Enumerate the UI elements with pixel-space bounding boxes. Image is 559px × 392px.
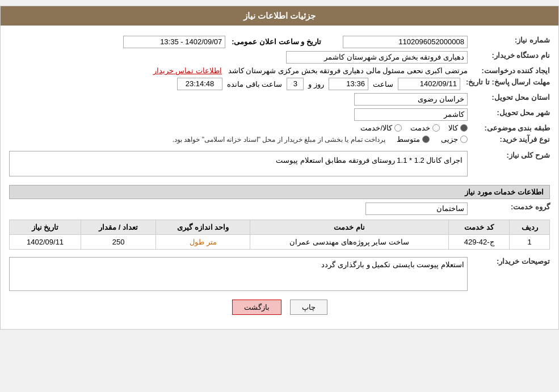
col-quantity: تعداد / مقدار — [81, 220, 156, 235]
service-group-value: ساختمان — [9, 203, 468, 215]
buttons-row: چاپ بازگشت — [9, 291, 550, 323]
deadline-time-box: 13:36 — [329, 78, 368, 90]
col-name: نام خدمت — [250, 220, 449, 235]
announcement-label: تاریخ و ساعت اعلان عمومی: — [232, 37, 321, 46]
category-khedmat-label: خدمت — [410, 124, 430, 132]
page-wrapper: جزئیات اطلاعات نیاز شماره نیاز: 11020960… — [0, 6, 559, 330]
purchase-motovaset[interactable]: متوسط — [397, 135, 430, 144]
buyer-org-value: دهیاری فروتقه بخش مرکزی شهرستان کاشمر — [9, 51, 468, 64]
category-khedmat[interactable]: خدمت — [410, 124, 440, 132]
buyer-notes-box: استعلام پیوست بایستی تکمیل و بارگذاری گر… — [9, 257, 468, 291]
need-number-label: شماره نیاز: — [468, 36, 550, 44]
city-label: شهر محل تحویل: — [468, 108, 550, 117]
deadline-remaining-box: 23:14:48 — [177, 78, 222, 90]
need-number-row: شماره نیاز: 1102096052000008 تاریخ و ساع… — [9, 36, 550, 48]
back-button[interactable]: بازگشت — [232, 300, 281, 315]
category-kala-label: کالا — [448, 124, 458, 132]
need-desc-box: اجرای کانال 1.2 * 1.1 روستای فروتقه مطاب… — [9, 151, 468, 176]
purchase-jozi-label: جزیی — [441, 135, 458, 144]
contact-link[interactable]: اطلاعات تماس خریدار — [153, 66, 222, 75]
col-row: ردیف — [510, 220, 550, 235]
header-title: جزئیات اطلاعات نیاز — [243, 11, 316, 20]
buyer-org-row: نام دستگاه خریدار: دهیاری فروتقه بخش مرک… — [9, 51, 550, 64]
need-number-value: 1102096052000008 تاریخ و ساعت اعلان عموم… — [9, 36, 468, 48]
purchase-motovaset-label: متوسط — [397, 135, 420, 144]
creator-row: ایجاد کننده درخواست: مرتضی اکبری نحعی مس… — [9, 66, 550, 75]
buyer-org-box: دهیاری فروتقه بخش مرکزی شهرستان کاشمر — [286, 51, 468, 64]
city-row: شهر محل تحویل: کاشمر — [9, 108, 550, 121]
print-button[interactable]: چاپ — [290, 300, 327, 315]
province-value: خراسان رضوی — [9, 93, 468, 106]
purchase-jozi[interactable]: جزیی — [441, 135, 468, 144]
need-number-box: 1102096052000008 — [343, 36, 468, 48]
service-group-box: ساختمان — [365, 203, 468, 215]
deadline-time-label: ساعت — [373, 80, 393, 88]
content: شماره نیاز: 1102096052000008 تاریخ و ساع… — [1, 26, 558, 329]
province-row: استان محل تحویل: خراسان رضوی — [9, 93, 550, 106]
purchase-motovaset-radio — [422, 136, 430, 143]
category-kala-khedmat[interactable]: کالا/خدمت — [360, 124, 402, 132]
service-group-label: گروه خدمت: — [468, 203, 550, 211]
creator-value: مرتضی اکبری نحعی مسئول مالی دهیاری فروتق… — [9, 66, 468, 75]
table-row: 1 ج-42-429 ساخت سایر پروژه‌های مهندسی عم… — [10, 235, 550, 250]
need-desc-value: اجرای کانال 1.2 * 1.1 روستای فروتقه مطاب… — [9, 148, 468, 179]
category-khedmat-radio — [432, 124, 440, 132]
purchase-type-label: نوع فرآیند خرید: — [468, 135, 550, 144]
category-kala[interactable]: کالا — [448, 124, 468, 132]
deadline-label: مهلت ارسال پاسخ: تا تاریخ: — [460, 78, 550, 86]
deadline-days-box: 3 — [287, 78, 304, 90]
buyer-notes-value: استعلام پیوست بایستی تکمیل و بارگذاری گر… — [9, 254, 468, 291]
announcement-value: 1402/09/07 - 13:35 — [123, 36, 225, 48]
category-label: طبقه بندی موضوعی: — [468, 124, 550, 132]
service-group-row: گروه خدمت: ساختمان — [9, 203, 550, 215]
deadline-row: مهلت ارسال پاسخ: تا تاریخ: 1402/09/11 سا… — [9, 78, 550, 90]
col-code: کد خدمت — [448, 220, 509, 235]
category-kala-khedmat-radio — [394, 124, 402, 132]
cell-unit: متر طول — [156, 235, 250, 250]
services-table: ردیف کد خدمت نام خدمت واحد اندازه گیری ت… — [9, 220, 550, 250]
city-value: کاشمر — [9, 108, 468, 121]
city-box: کاشمر — [354, 108, 468, 121]
cell-date: 1402/09/11 — [10, 235, 81, 250]
cell-name: ساخت سایر پروژه‌های مهندسی عمران — [250, 235, 449, 250]
province-label: استان محل تحویل: — [468, 93, 550, 102]
need-desc-label: شرح کلی نیاز: — [468, 148, 550, 159]
services-section-title: اطلاعات خدمات مورد نیاز — [9, 185, 550, 199]
purchase-type-desc: پرداخت تمام یا بخشی از مبلغ خریدار از مح… — [173, 136, 385, 144]
cell-code: ج-42-429 — [448, 235, 509, 250]
header-bar: جزئیات اطلاعات نیاز — [1, 6, 558, 26]
province-box: خراسان رضوی — [354, 93, 468, 106]
buyer-org-label: نام دستگاه خریدار: — [468, 51, 550, 60]
deadline-day-label: روز و — [308, 80, 324, 88]
deadline-value: 1402/09/11 ساعت 13:36 روز و 3 ساعت باقی … — [9, 78, 460, 90]
creator-label: ایجاد کننده درخواست: — [468, 66, 550, 75]
purchase-type-value: جزیی متوسط پرداخت تمام یا بخشی از مبلغ خ… — [9, 135, 468, 144]
creator-text: مرتضی اکبری نحعی مسئول مالی دهیاری فروتق… — [228, 66, 468, 75]
category-kala-khedmat-label: کالا/خدمت — [360, 124, 392, 132]
col-unit: واحد اندازه گیری — [156, 220, 250, 235]
category-kala-radio — [460, 124, 468, 132]
category-options: کالا خدمت کالا/خدمت — [9, 124, 468, 132]
deadline-date-box: 1402/09/11 — [398, 78, 460, 90]
category-row: طبقه بندی موضوعی: کالا خدمت کالا/خدمت — [9, 124, 550, 132]
deadline-remaining-label: ساعت باقی مانده — [227, 80, 282, 88]
col-date: تاریخ نیاز — [10, 220, 81, 235]
purchase-type-row: نوع فرآیند خرید: جزیی متوسط پرداخت تمام … — [9, 135, 550, 144]
buyer-notes-label: توصیحات خریدار: — [468, 254, 550, 265]
purchase-jozi-radio — [460, 136, 468, 143]
buyer-notes-row: توصیحات خریدار: استعلام پیوست بایستی تکم… — [9, 254, 550, 291]
cell-quantity: 250 — [81, 235, 156, 250]
cell-row: 1 — [510, 235, 550, 250]
need-desc-row: شرح کلی نیاز: اجرای کانال 1.2 * 1.1 روست… — [9, 148, 550, 179]
